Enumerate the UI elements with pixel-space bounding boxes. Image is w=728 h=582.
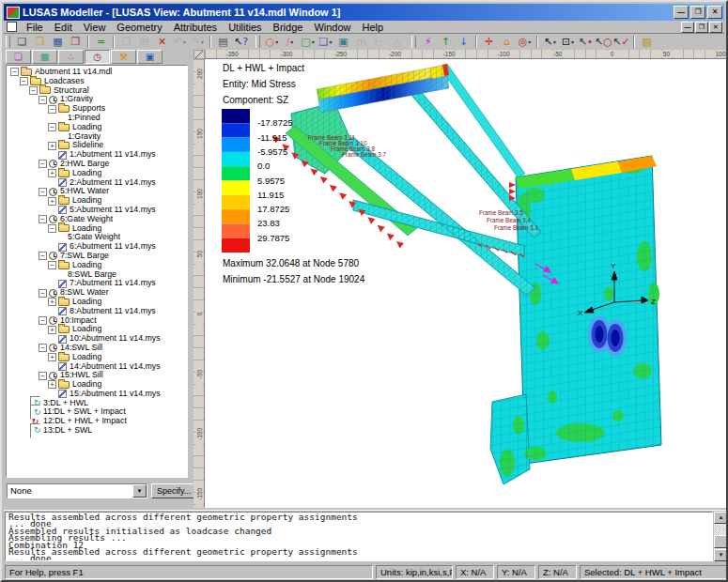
tab-reports[interactable]: ▣ [137,50,163,64]
tree-expander[interactable]: − [39,289,47,298]
tree-expander[interactable]: − [20,77,28,85]
tree-item[interactable]: +Loading [8,169,187,178]
home-view-button[interactable]: ⌂ [498,35,516,49]
tree-expander[interactable]: − [39,344,47,352]
tree-item[interactable]: −14:SWL Sill [8,344,187,353]
tree-item[interactable]: +Loading [8,380,187,390]
select-remove-button[interactable]: ↖○ [595,35,612,49]
tree-expander[interactable]: + [48,326,56,334]
selection-box-button[interactable]: ⊡▾ [559,35,577,49]
open-file-button[interactable]: ❒ [31,35,49,49]
tree-item[interactable]: 10:Abutment 11 v14.mys [8,334,187,344]
print-button[interactable]: ▤ [214,35,232,49]
tree-expander[interactable]: − [39,188,47,196]
tree-item[interactable]: +Loading [8,196,187,206]
tree-item[interactable]: −6:Gate Weight [8,215,187,224]
menu-edit[interactable]: Edit [49,22,78,33]
console-scrollbar[interactable]: ▲ ▼ [714,512,728,561]
tree-item[interactable]: −Loading [8,224,187,234]
close-button[interactable]: ✕ [707,6,722,19]
tree-expander[interactable]: − [10,68,19,76]
text-output-content[interactable]: Results assembled across different geome… [5,512,713,561]
tree-item[interactable]: 8:Abutment 11 v14.mys [8,307,187,316]
menu-file[interactable]: File [21,22,49,33]
mdi-restore-button[interactable]: ❐ [695,22,708,33]
tab-loadcases[interactable]: ◷ [85,50,110,64]
menu-geometry[interactable]: Geometry [111,22,167,33]
tree-expander[interactable]: − [39,316,47,325]
tree-item[interactable]: ↻13:DL + SWL [8,426,187,436]
tree-expander[interactable]: + [48,142,56,150]
save-button[interactable]: ▦ [49,35,67,49]
minimize-button[interactable]: — [674,6,689,19]
dropdown-arrow-icon[interactable]: ▾ [312,38,315,45]
tree-expander[interactable]: − [39,96,47,104]
select-invert-button[interactable]: ↖✓ [612,35,630,49]
tree-item[interactable]: −10:Impact [8,316,187,326]
select-cursor-button[interactable]: ↖▾ [541,35,559,49]
tree-item[interactable]: +Loading [8,298,187,307]
loadcase-filter-combo[interactable]: None ▼ [7,483,147,498]
tree-item[interactable]: 7:Abutment 11 v14.mys [8,279,187,288]
dropdown-arrow-icon[interactable]: ▾ [329,38,332,45]
menu-help[interactable]: Help [357,22,390,33]
tree-item[interactable]: 8:SWL Barge [8,270,187,280]
dropdown-arrow-icon[interactable]: ▾ [553,38,556,45]
tree-expander[interactable]: − [48,105,56,114]
tree-expander[interactable]: − [39,215,47,223]
tree-item[interactable]: −2:HWL Barge [8,160,187,169]
tree-item[interactable]: −7:SWL Barge [8,252,187,261]
tree-expander[interactable]: − [39,160,47,168]
tree-item[interactable]: +Slideline [8,141,187,150]
document-window-icon[interactable] [7,22,17,32]
scroll-thumb[interactable] [714,535,728,548]
model-canvas[interactable]: Y X Z Frame Beam 3.11 Frame Beam 3.10 Fr… [205,59,728,508]
tree-expander[interactable]: + [48,197,56,206]
maximize-button[interactable]: ❐ [690,6,705,19]
tree-expander[interactable]: − [48,261,56,269]
tree-item[interactable]: 1:Abutment 11 v14.mys [8,150,187,160]
open-results-button[interactable]: ❒ [67,35,85,49]
mdi-close-button[interactable]: ✕ [709,22,722,33]
tree-item[interactable]: 6:Abutment 11 v14.mys [8,242,187,252]
tree-item[interactable]: −Loading [8,123,187,132]
tree-expander[interactable]: + [48,380,56,389]
dropdown-arrow-icon[interactable]: ▾ [528,38,531,45]
delete-button[interactable]: ✕ [153,35,171,49]
activate-up-button[interactable]: ↑ [437,35,455,49]
annotation-button[interactable]: ▨ [638,35,656,49]
tree-expander[interactable]: − [39,252,47,260]
tab-layers[interactable]: ❏ [6,50,31,64]
point-tool-button[interactable]: ○▾ [263,35,281,49]
tree-expander[interactable]: − [48,123,56,131]
context-help-button[interactable]: ↖? [232,35,250,49]
tree-expander[interactable]: + [48,298,56,306]
tab-utilities[interactable]: ⚒ [111,50,136,64]
dynamic-pan-button[interactable]: ✛ [480,35,498,49]
tree-item[interactable]: 2:Abutment 11 v14.mys [8,178,187,188]
tree-item[interactable]: −15:HWL Sill [8,371,187,380]
dropdown-arrow-icon[interactable]: ▾ [183,38,186,45]
menu-window[interactable]: Window [308,22,356,33]
specify-button[interactable]: Specify... [151,483,196,498]
menu-bridge[interactable]: Bridge [268,22,309,33]
tree-expander[interactable]: + [48,169,56,177]
tree-item[interactable]: 1:Gravity [8,132,187,142]
tree-item[interactable]: −Loadcases [8,77,187,86]
tree-item[interactable]: ↻11:DL + SWL + Impact [8,407,187,417]
menu-attributes[interactable]: Attributes [168,22,223,33]
tree-expander[interactable]: − [48,224,56,233]
mdi-minimize-button[interactable]: — [681,22,694,33]
image-button[interactable]: ▣ [334,35,352,49]
tab-groups[interactable]: ▩ [32,50,57,64]
tree-item[interactable]: −5:HWL Water [8,187,187,196]
tree-item[interactable]: 5:Gate Weight [8,233,187,242]
tree-item[interactable]: −1:Gravity [8,95,187,104]
menu-view[interactable]: View [78,22,112,33]
volume-tool-button[interactable]: ❑▾ [317,35,334,49]
tree-item[interactable]: 5:Abutment 11 v14.mys [8,206,187,215]
tree-expander[interactable]: + [48,353,56,361]
tree-item[interactable]: −Supports [8,104,187,114]
dynamic-rotate-button[interactable]: ◎▾ [516,35,534,49]
select-add-button[interactable]: ↖• [577,35,595,49]
